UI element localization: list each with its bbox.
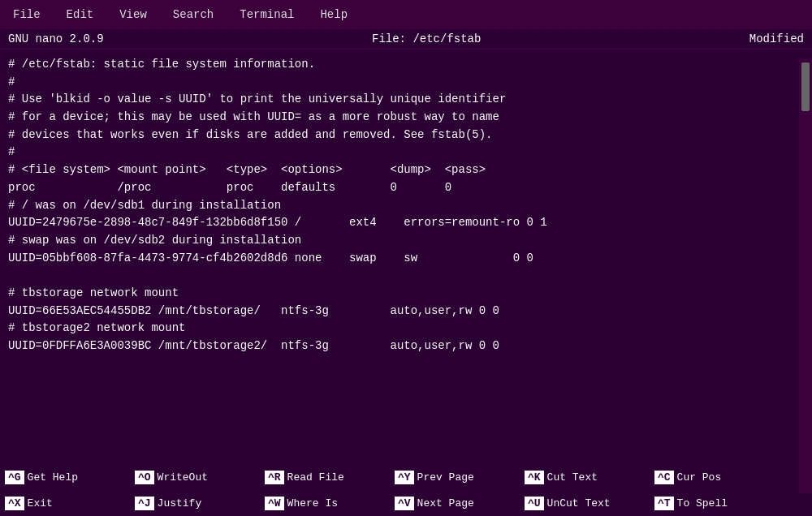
- shortcut-justify[interactable]: ^J Justify: [130, 490, 260, 516]
- shortcut-label-cut-text: Cut Text: [547, 471, 598, 484]
- shortcut-key-x: ^X: [5, 497, 24, 510]
- modified-status: Modified: [749, 32, 804, 45]
- shortcut-row-2: ^X Exit ^J Justify ^W Where Is ^V Next P…: [0, 490, 812, 516]
- shortcut-key-r: ^R: [265, 471, 284, 484]
- shortcut-where-is[interactable]: ^W Where Is: [260, 490, 390, 516]
- shortcut-next-page[interactable]: ^V Next Page: [390, 490, 520, 516]
- shortcut-cut-text[interactable]: ^K Cut Text: [520, 464, 650, 490]
- editor-text: # /etc/fstab: static file system informa…: [8, 56, 804, 355]
- shortcut-label-cur-pos: Cur Pos: [677, 471, 722, 484]
- shortcut-uncut-text[interactable]: ^U UnCut Text: [520, 490, 650, 516]
- shortcut-label-to-spell: To Spell: [677, 497, 728, 510]
- shortcut-prev-page[interactable]: ^Y Prev Page: [390, 464, 520, 490]
- shortcut-key-v: ^V: [395, 497, 414, 510]
- menubar: File Edit View Search Terminal Help: [0, 0, 812, 29]
- shortcut-to-spell[interactable]: ^T To Spell: [650, 490, 780, 516]
- shortcut-label-read-file: Read File: [287, 471, 344, 484]
- scrollbar-track[interactable]: [801, 58, 810, 493]
- editor-content[interactable]: # /etc/fstab: static file system informa…: [0, 49, 812, 464]
- shortcut-key-u: ^U: [525, 497, 544, 510]
- shortcut-label-exit: Exit: [28, 497, 53, 510]
- shortcut-key-o: ^O: [135, 471, 154, 484]
- shortcut-label-uncut-text: UnCut Text: [547, 497, 611, 510]
- shortcut-key-w: ^W: [265, 497, 284, 510]
- shortcut-key-k: ^K: [525, 471, 544, 484]
- shortcut-exit[interactable]: ^X Exit: [0, 490, 130, 516]
- shortcut-bar: ^G Get Help ^O WriteOut ^R Read File ^Y …: [0, 464, 812, 516]
- menu-file[interactable]: File: [8, 5, 45, 24]
- shortcut-label-justify: Justify: [158, 497, 202, 510]
- shortcut-get-help[interactable]: ^G Get Help: [0, 464, 130, 490]
- menu-help[interactable]: Help: [315, 5, 352, 24]
- menu-edit[interactable]: Edit: [62, 5, 99, 24]
- file-name: File: /etc/fstab: [372, 32, 481, 45]
- menu-terminal[interactable]: Terminal: [235, 5, 299, 24]
- status-bar-top: GNU nano 2.0.9 File: /etc/fstab Modified: [0, 29, 812, 49]
- shortcut-row-1: ^G Get Help ^O WriteOut ^R Read File ^Y …: [0, 464, 812, 490]
- shortcut-writeout[interactable]: ^O WriteOut: [130, 464, 260, 490]
- menu-search[interactable]: Search: [168, 5, 218, 24]
- shortcut-key-t: ^T: [654, 497, 674, 510]
- scrollbar[interactable]: [799, 58, 812, 493]
- shortcut-label-get-help: Get Help: [28, 471, 78, 484]
- shortcut-key-c: ^C: [654, 471, 674, 484]
- menu-view[interactable]: View: [114, 5, 152, 24]
- shortcut-label-next-page: Next Page: [417, 497, 474, 510]
- nano-version: GNU nano 2.0.9: [8, 32, 104, 45]
- shortcut-key-y: ^Y: [395, 471, 414, 484]
- terminal: GNU nano 2.0.9 File: /etc/fstab Modified…: [0, 29, 812, 516]
- shortcut-cur-pos[interactable]: ^C Cur Pos: [650, 464, 780, 490]
- shortcut-key-j: ^J: [135, 497, 154, 510]
- shortcut-label-prev-page: Prev Page: [417, 471, 474, 484]
- shortcut-read-file[interactable]: ^R Read File: [260, 464, 390, 490]
- shortcut-key-g: ^G: [5, 471, 24, 484]
- shortcut-label-where-is: Where Is: [287, 497, 338, 510]
- shortcut-label-writeout: WriteOut: [158, 471, 208, 484]
- scrollbar-thumb[interactable]: [801, 62, 810, 111]
